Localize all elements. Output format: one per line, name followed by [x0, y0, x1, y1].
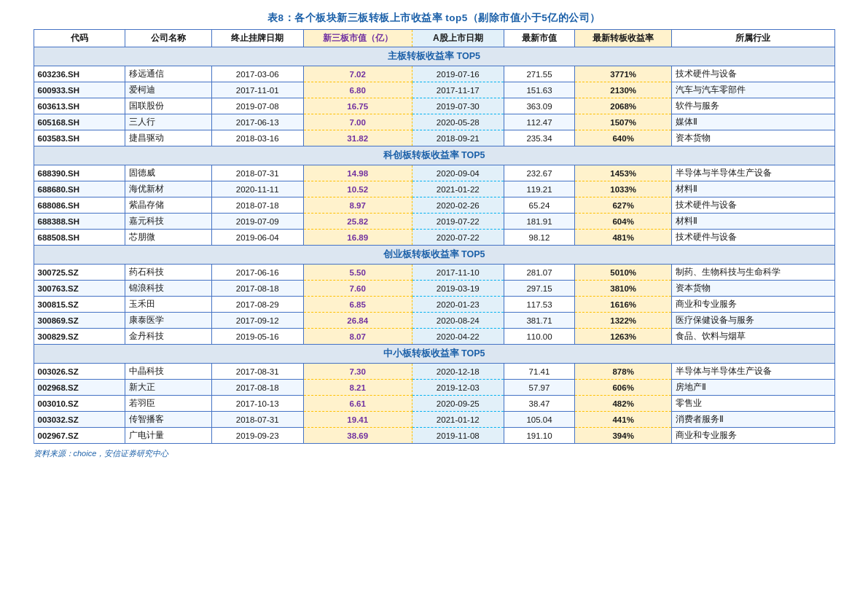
- table-row: 002967.SZ广电计量2019-09-2338.692019-11-0819…: [34, 428, 834, 444]
- code-cell: 605168.SH: [34, 114, 125, 130]
- latest-val-cell: 281.07: [504, 265, 575, 281]
- table-body: 主板转板收益率 TOP5603236.SH移远通信2017-03-067.022…: [34, 47, 834, 444]
- latest-rate-cell: 640%: [575, 130, 672, 146]
- end-date-cell: 2017-06-13: [211, 114, 303, 130]
- industry-cell: 零售业: [672, 396, 834, 412]
- end-date-cell: 2018-07-31: [211, 165, 303, 181]
- code-cell: 002967.SZ: [34, 428, 125, 444]
- a-date-cell: 2020-12-18: [412, 364, 504, 380]
- company-cell: 固德威: [125, 165, 212, 181]
- table-row: 688390.SH固德威2018-07-3114.982020-09-04232…: [34, 165, 834, 181]
- new3-val-cell: 16.89: [303, 230, 412, 246]
- a-date-cell: 2020-04-22: [412, 329, 504, 345]
- a-date-cell: 2020-01-23: [412, 297, 504, 313]
- latest-rate-cell: 1616%: [575, 297, 672, 313]
- end-date-cell: 2017-08-31: [211, 364, 303, 380]
- latest-val-cell: 363.09: [504, 98, 575, 114]
- latest-rate-cell: 2130%: [575, 82, 672, 98]
- table-row: 300815.SZ玉禾田2017-08-296.852020-01-23117.…: [34, 297, 834, 313]
- source-text: 资料来源：choice，安信证券研究中心: [34, 448, 835, 459]
- section-header-2: 创业板转板收益率 TOP5: [34, 246, 834, 265]
- new3-val-cell: 7.60: [303, 281, 412, 297]
- industry-cell: 消费者服务Ⅱ: [672, 412, 834, 428]
- latest-rate-cell: 1263%: [575, 329, 672, 345]
- a-date-cell: 2019-07-30: [412, 98, 504, 114]
- end-date-cell: 2017-08-29: [211, 297, 303, 313]
- table-row: 600933.SH爱柯迪2017-11-016.802017-11-17151.…: [34, 82, 834, 98]
- end-date-cell: 2017-08-18: [211, 281, 303, 297]
- latest-rate-cell: 1322%: [575, 313, 672, 329]
- latest-rate-cell: 1033%: [575, 181, 672, 197]
- header-company: 公司名称: [125, 30, 212, 47]
- table-row: 688388.SH嘉元科技2019-07-0925.822019-07-2218…: [34, 214, 834, 230]
- latest-val-cell: 181.91: [504, 214, 575, 230]
- latest-rate-cell: 5010%: [575, 265, 672, 281]
- a-date-cell: 2021-01-22: [412, 181, 504, 197]
- latest-val-cell: 235.34: [504, 130, 575, 146]
- latest-rate-cell: 2068%: [575, 98, 672, 114]
- end-date-cell: 2017-09-12: [211, 313, 303, 329]
- end-date-cell: 2018-07-31: [211, 412, 303, 428]
- a-date-cell: 2019-07-16: [412, 66, 504, 82]
- end-date-cell: 2017-10-13: [211, 396, 303, 412]
- section-header-1: 科创板转板收益率 TOP5: [34, 146, 834, 165]
- a-date-cell: 2017-11-10: [412, 265, 504, 281]
- code-cell: 300829.SZ: [34, 329, 125, 345]
- company-cell: 移远通信: [125, 66, 212, 82]
- main-table: 代码 公司名称 终止挂牌日期 新三板市值（亿） A股上市日期 最新市值 最新转板…: [34, 29, 835, 444]
- company-cell: 传智播客: [125, 412, 212, 428]
- a-date-cell: 2019-11-08: [412, 428, 504, 444]
- industry-cell: 技术硬件与设备: [672, 197, 834, 214]
- latest-rate-cell: 3810%: [575, 281, 672, 297]
- code-cell: 300725.SZ: [34, 265, 125, 281]
- company-cell: 嘉元科技: [125, 214, 212, 230]
- latest-rate-cell: 441%: [575, 412, 672, 428]
- table-row: 003010.SZ若羽臣2017-10-136.612020-09-2538.4…: [34, 396, 834, 412]
- table-row: 688680.SH海优新材2020-11-1110.522021-01-2211…: [34, 181, 834, 197]
- code-cell: 603613.SH: [34, 98, 125, 114]
- table-row: 003032.SZ传智播客2018-07-3119.412021-01-1210…: [34, 412, 834, 428]
- table-row: 300725.SZ药石科技2017-06-165.502017-11-10281…: [34, 265, 834, 281]
- header-new3-val: 新三板市值（亿）: [303, 30, 412, 47]
- industry-cell: 半导体与半导体生产设备: [672, 165, 834, 181]
- industry-cell: 材料Ⅱ: [672, 214, 834, 230]
- new3-val-cell: 19.41: [303, 412, 412, 428]
- header-row: 代码 公司名称 终止挂牌日期 新三板市值（亿） A股上市日期 最新市值 最新转板…: [34, 30, 834, 47]
- end-date-cell: 2018-03-16: [211, 130, 303, 146]
- end-date-cell: 2019-09-23: [211, 428, 303, 444]
- industry-cell: 资本货物: [672, 130, 834, 146]
- industry-cell: 软件与服务: [672, 98, 834, 114]
- new3-val-cell: 7.00: [303, 114, 412, 130]
- latest-val-cell: 98.12: [504, 230, 575, 246]
- latest-val-cell: 191.10: [504, 428, 575, 444]
- industry-cell: 汽车与汽车零部件: [672, 82, 834, 98]
- table-row: 688086.SH紫晶存储2018-07-188.972020-02-2665.…: [34, 197, 834, 214]
- table-row: 300869.SZ康泰医学2017-09-1226.842020-08-2438…: [34, 313, 834, 329]
- latest-val-cell: 65.24: [504, 197, 575, 214]
- end-date-cell: 2018-07-18: [211, 197, 303, 214]
- a-date-cell: 2018-09-21: [412, 130, 504, 146]
- header-industry: 所属行业: [672, 30, 834, 47]
- industry-cell: 半导体与半导体生产设备: [672, 364, 834, 380]
- company-cell: 康泰医学: [125, 313, 212, 329]
- company-cell: 捷昌驱动: [125, 130, 212, 146]
- table-title: 表8：各个板块新三板转板上市收益率 top5（剔除市值小于5亿的公司）: [34, 12, 835, 25]
- section-header-0: 主板转板收益率 TOP5: [34, 47, 834, 66]
- end-date-cell: 2017-06-16: [211, 265, 303, 281]
- header-end-date: 终止挂牌日期: [211, 30, 303, 47]
- a-date-cell: 2019-07-22: [412, 214, 504, 230]
- a-date-cell: 2020-09-25: [412, 396, 504, 412]
- company-cell: 广电计量: [125, 428, 212, 444]
- latest-val-cell: 119.21: [504, 181, 575, 197]
- company-cell: 海优新材: [125, 181, 212, 197]
- end-date-cell: 2019-05-16: [211, 329, 303, 345]
- latest-rate-cell: 627%: [575, 197, 672, 214]
- industry-cell: 媒体Ⅱ: [672, 114, 834, 130]
- latest-val-cell: 271.55: [504, 66, 575, 82]
- industry-cell: 制药、生物科技与生命科学: [672, 265, 834, 281]
- company-cell: 中晶科技: [125, 364, 212, 380]
- new3-val-cell: 6.61: [303, 396, 412, 412]
- a-date-cell: 2020-07-22: [412, 230, 504, 246]
- new3-val-cell: 6.80: [303, 82, 412, 98]
- latest-rate-cell: 878%: [575, 364, 672, 380]
